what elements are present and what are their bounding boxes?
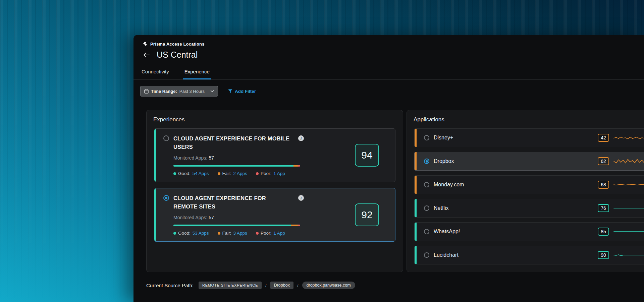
score-badge: 68 xyxy=(598,181,609,189)
score-badge: 85 xyxy=(598,228,609,236)
fair-dot-icon xyxy=(218,172,220,175)
poor-dot-icon xyxy=(256,172,259,175)
score-badge: 90 xyxy=(598,251,609,259)
sparkline-chart xyxy=(614,251,644,259)
app-title-row: Prisma Access Locations xyxy=(143,42,644,47)
applications-list: Disney+ 42 Dropbox 62 Monday.com xyxy=(414,128,644,264)
info-icon[interactable]: i xyxy=(298,135,304,141)
experience-title: CLOUD AGENT EXPERIENCE FOR REMOTE SITES xyxy=(173,194,291,211)
application-name: Disney+ xyxy=(434,135,453,141)
application-name: Dropbox xyxy=(434,158,454,164)
status-accent-bar xyxy=(415,246,417,264)
poor-segment xyxy=(298,225,300,226)
monitored-apps-label: Monitored Apps: xyxy=(173,155,207,161)
experience-title: CLOUD AGENT EXPERIENCE FOR MOBILE USERS xyxy=(173,134,291,151)
status-accent-bar xyxy=(415,129,417,147)
good-dot-icon xyxy=(173,172,176,175)
experience-details: CLOUD AGENT EXPERIENCE FOR MOBILE USERS … xyxy=(163,134,355,176)
path-separator: / xyxy=(265,283,267,288)
monitored-apps-value: 57 xyxy=(209,215,214,220)
application-row-lucidchart[interactable]: Lucidchart 90 xyxy=(414,246,644,264)
application-row-netflix[interactable]: Netflix 76 xyxy=(414,199,644,218)
source-path-segment-experience: REMOTE SITE EXPERIENCE xyxy=(199,282,262,289)
experience-score: 94 xyxy=(355,144,379,167)
score-badge: 62 xyxy=(598,157,609,165)
chevron-down-icon xyxy=(210,90,214,93)
page-title: US Central xyxy=(157,50,198,60)
tab-experience[interactable]: Experience xyxy=(183,65,211,79)
fair-apps-link[interactable]: 3 Apps xyxy=(233,231,247,236)
radio-button[interactable] xyxy=(424,159,429,164)
radio-button[interactable] xyxy=(424,135,429,140)
applications-card-title: Applications xyxy=(407,110,644,128)
good-dot-icon xyxy=(173,232,176,235)
application-name: Monday.com xyxy=(434,182,464,188)
poor-apps-link[interactable]: 1 App xyxy=(273,171,285,176)
fair-apps-link[interactable]: 2 Apps xyxy=(233,171,247,176)
sparkline-chart xyxy=(614,228,644,235)
radio-button[interactable] xyxy=(163,135,169,141)
apps-health-legend: Good:53 Apps Fair:3 Apps Poor:1 App xyxy=(173,231,355,236)
fair-label: Fair: xyxy=(222,231,231,236)
experiences-card-title: Experiences xyxy=(147,110,403,128)
good-segment xyxy=(173,225,291,226)
arrow-left-icon xyxy=(143,52,150,58)
radio-button[interactable] xyxy=(424,182,429,187)
tab-connectivity[interactable]: Connectivity xyxy=(140,65,170,79)
back-button[interactable] xyxy=(143,52,151,58)
application-row-monday[interactable]: Monday.com 68 xyxy=(414,175,644,194)
fair-segment xyxy=(293,165,298,167)
application-row-disney[interactable]: Disney+ 42 xyxy=(414,128,644,147)
sparkline-chart xyxy=(614,134,644,141)
time-range-filter-button[interactable]: Time Range: Past 3 Hours xyxy=(140,86,218,97)
add-filter-button[interactable]: Add Filter xyxy=(228,89,256,94)
page-header: Prisma Access Locations US Central xyxy=(133,35,644,60)
score-badge: 76 xyxy=(598,204,609,212)
app-title: Prisma Access Locations xyxy=(150,42,205,47)
info-icon[interactable]: i xyxy=(298,195,304,201)
application-name: Lucidchart xyxy=(434,252,459,258)
content-area: Experiences CLOUD AGENT EXPERIENCE FOR M… xyxy=(146,110,644,272)
time-range-value: Past 3 Hours xyxy=(179,89,205,94)
status-accent-bar xyxy=(415,176,417,194)
path-separator: / xyxy=(297,283,299,288)
poor-label: Poor: xyxy=(261,231,271,236)
application-row-dropbox[interactable]: Dropbox 62 xyxy=(414,152,644,171)
status-accent-bar xyxy=(154,129,156,182)
radio-button[interactable] xyxy=(163,195,169,201)
score-badge: 42 xyxy=(598,134,609,142)
poor-dot-icon xyxy=(256,232,259,235)
legend-fair: Fair:2 Apps xyxy=(218,171,247,176)
good-segment xyxy=(173,165,293,167)
monitored-apps: Monitored Apps:57 xyxy=(173,215,355,220)
current-source-path: Current Source Path: REMOTE SITE EXPERIE… xyxy=(146,282,644,289)
tab-bar: Connectivity Experience xyxy=(133,65,644,80)
legend-fair: Fair:3 Apps xyxy=(218,231,247,236)
experience-item-mobile-users[interactable]: CLOUD AGENT EXPERIENCE FOR MOBILE USERS … xyxy=(154,128,395,182)
good-apps-link[interactable]: 53 Apps xyxy=(193,231,209,236)
radio-button[interactable] xyxy=(424,252,429,258)
monitored-apps: Monitored Apps:57 xyxy=(173,155,355,161)
sparkline-chart xyxy=(614,181,644,188)
poor-apps-link[interactable]: 1 App xyxy=(273,231,285,236)
filter-funnel-icon xyxy=(228,89,232,93)
fair-dot-icon xyxy=(218,232,220,235)
experience-score: 92 xyxy=(355,203,379,226)
radio-button[interactable] xyxy=(424,205,429,211)
calendar-icon xyxy=(144,89,149,94)
source-path-label: Current Source Path: xyxy=(146,283,194,288)
good-label: Good: xyxy=(178,171,191,176)
sparkline-chart xyxy=(614,204,644,212)
source-path-segment-app: Dropbox xyxy=(270,282,293,289)
palo-alto-logo-icon xyxy=(143,42,148,47)
experience-item-remote-sites[interactable]: CLOUD AGENT EXPERIENCE FOR REMOTE SITES … xyxy=(154,188,395,242)
fair-label: Fair: xyxy=(222,171,231,176)
filter-bar: Time Range: Past 3 Hours Add Filter xyxy=(133,86,644,97)
application-row-whatsapp[interactable]: WhatsApp! 85 xyxy=(414,222,644,241)
poor-segment xyxy=(298,165,300,167)
legend-poor: Poor:1 App xyxy=(256,231,285,236)
radio-button[interactable] xyxy=(424,229,429,234)
status-accent-bar xyxy=(154,188,156,241)
good-apps-link[interactable]: 54 Apps xyxy=(193,171,209,176)
legend-good: Good:53 Apps xyxy=(173,231,209,236)
